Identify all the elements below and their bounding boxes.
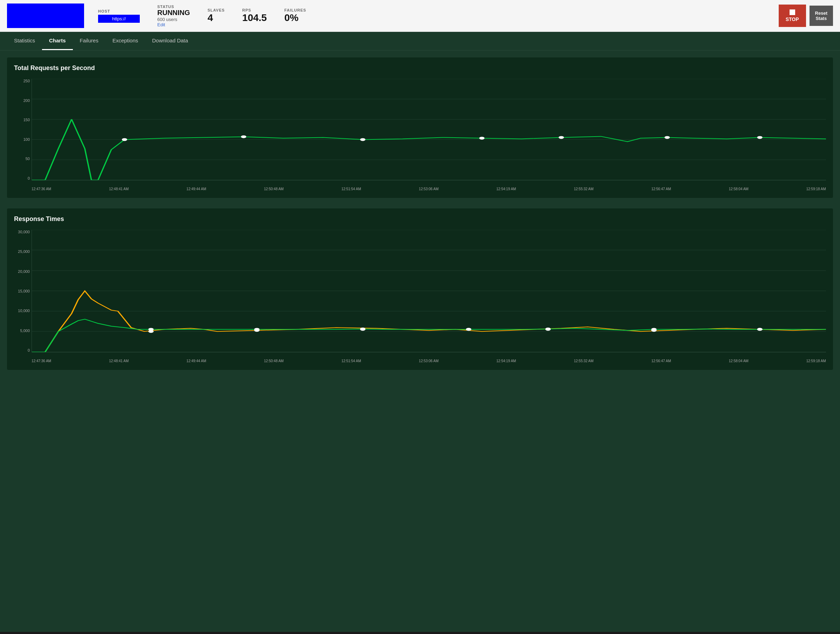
chart2-y-axis: 30,000 25,000 20,000 15,000 10,000 5,000… [14, 230, 32, 352]
stop-label: STOP [786, 16, 799, 22]
edit-link[interactable]: Edit [157, 22, 190, 27]
svg-point-8 [360, 138, 365, 141]
host-section: HOST https:// [98, 9, 140, 23]
slaves-block: SLAVES 4 [207, 8, 224, 24]
status-label: STATUS [157, 5, 190, 9]
host-label: HOST [98, 9, 140, 13]
chart1-area: 250 200 150 100 50 0 [14, 79, 826, 191]
svg-point-11 [665, 136, 670, 139]
status-value: RUNNING [157, 9, 190, 17]
rps-value: 104.5 [242, 12, 267, 24]
svg-point-30 [466, 328, 471, 331]
stop-button[interactable]: STOP [779, 5, 806, 27]
stop-icon [789, 9, 795, 15]
slaves-value: 4 [207, 12, 224, 24]
header: HOST https:// STATUS RUNNING 600 users E… [0, 0, 840, 32]
chart2-x-axis: 12:47:36 AM 12:48:41 AM 12:49:44 AM 12:5… [32, 359, 826, 363]
failures-label: FAILURES [284, 8, 306, 12]
status-section: STATUS RUNNING 600 users Edit [157, 5, 190, 27]
host-value: https:// [98, 15, 140, 23]
svg-point-31 [545, 328, 551, 331]
logo [7, 3, 84, 28]
svg-point-6 [122, 138, 127, 141]
chart2-title: Response Times [14, 215, 826, 223]
chart1-y-axis: 250 200 150 100 50 0 [14, 79, 32, 180]
failures-block: FAILURES 0% [284, 8, 306, 24]
chart1-canvas [32, 79, 826, 180]
reset-stats-button[interactable]: ResetStats [810, 6, 833, 26]
nav-charts[interactable]: Charts [42, 32, 73, 50]
nav-download-data[interactable]: Download Data [145, 32, 195, 50]
svg-point-33 [757, 328, 763, 331]
chart2-canvas [32, 230, 826, 352]
svg-point-32 [651, 329, 657, 332]
header-buttons: STOP ResetStats [779, 5, 833, 27]
failures-value: 0% [284, 12, 306, 24]
svg-point-29 [360, 328, 365, 331]
svg-point-27 [148, 330, 153, 333]
nav-failures[interactable]: Failures [73, 32, 106, 50]
nav-statistics[interactable]: Statistics [7, 32, 42, 50]
rps-block: RPS 104.5 [242, 8, 267, 24]
svg-point-7 [241, 135, 246, 138]
svg-point-12 [757, 136, 763, 139]
chart2-area: 30,000 25,000 20,000 15,000 10,000 5,000… [14, 230, 826, 363]
chart-requests-per-second: Total Requests per Second 250 200 150 10… [7, 57, 833, 198]
chart1-title: Total Requests per Second [14, 65, 826, 72]
chart-response-times: Response Times 30,000 25,000 20,000 15,0… [7, 208, 833, 370]
charts-area: Total Requests per Second 250 200 150 10… [0, 50, 840, 632]
nav-exceptions[interactable]: Exceptions [106, 32, 145, 50]
svg-point-28 [254, 329, 260, 332]
svg-point-10 [559, 136, 564, 139]
nav: Statistics Charts Failures Exceptions Do… [0, 32, 840, 50]
svg-point-9 [479, 137, 485, 139]
slaves-label: SLAVES [207, 8, 224, 12]
rps-label: RPS [242, 8, 267, 12]
status-users: 600 users [157, 17, 190, 22]
chart1-x-axis: 12:47:36 AM 12:48:41 AM 12:49:44 AM 12:5… [32, 187, 826, 191]
